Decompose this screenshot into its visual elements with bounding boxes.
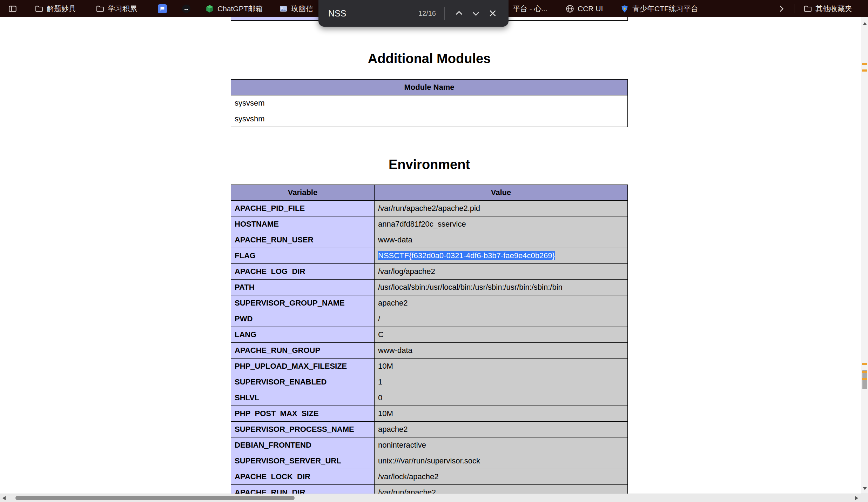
env-value-cell: apache2 bbox=[375, 295, 628, 311]
bookmark-label: 其他收藏夹 bbox=[815, 4, 852, 14]
ctf-logo-icon bbox=[620, 4, 629, 13]
env-row: APACHE_RUN_GROUPwww-data bbox=[231, 343, 628, 359]
bookmark-label: 解题妙具 bbox=[47, 4, 76, 14]
env-value-cell: noninteractive bbox=[375, 437, 628, 453]
env-value-cell: /var/lock/apache2 bbox=[375, 469, 628, 485]
find-match-counter: 12/16 bbox=[418, 9, 436, 18]
bookmark-item[interactable]: 学习积累 bbox=[95, 0, 137, 17]
env-row: SUPERVISOR_SERVER_URLunix:///var/run/sup… bbox=[231, 453, 628, 469]
env-row: PHP_UPLOAD_MAX_FILESIZE10M bbox=[231, 359, 628, 374]
sidebar-toggle-button[interactable] bbox=[8, 0, 18, 17]
env-variable-cell: HOSTNAME bbox=[231, 216, 375, 232]
globe-icon bbox=[565, 4, 574, 13]
bookmark-label: 学习积累 bbox=[108, 4, 137, 14]
sidebar-toggle-icon bbox=[8, 4, 18, 13]
bookmark-item[interactable] bbox=[158, 0, 167, 17]
env-value-cell: 1 bbox=[375, 374, 628, 390]
horizontal-scrollbar-thumb[interactable] bbox=[15, 496, 295, 500]
env-variable-cell: SHLVL bbox=[231, 390, 375, 406]
env-variable-cell: APACHE_RUN_DIR bbox=[231, 485, 375, 494]
bookmark-item[interactable]: 解题妙具 bbox=[34, 0, 76, 17]
chevron-down-icon bbox=[471, 8, 481, 19]
scroll-right-button[interactable] bbox=[855, 496, 858, 500]
env-variable-cell: SUPERVISOR_SERVER_URL bbox=[231, 453, 375, 469]
folder-icon bbox=[803, 5, 812, 13]
env-variable-cell: APACHE_RUN_USER bbox=[231, 232, 375, 248]
scroll-up-button[interactable] bbox=[863, 22, 867, 25]
bookmark-item[interactable]: ChatGPT邮箱 bbox=[205, 0, 263, 17]
find-match-tick bbox=[862, 69, 867, 72]
env-row: SHLVL0 bbox=[231, 390, 628, 406]
bookmark-label: ChatGPT邮箱 bbox=[217, 4, 263, 14]
env-variable-cell: PWD bbox=[231, 311, 375, 327]
env-row: SUPERVISOR_PROCESS_NAMEapache2 bbox=[231, 422, 628, 437]
module-row: sysvsem bbox=[231, 95, 628, 111]
page-content: Additional Modules Module Name sysvsemsy… bbox=[0, 17, 861, 494]
folder-icon bbox=[95, 5, 105, 13]
env-row: LANGC bbox=[231, 327, 628, 343]
env-variable-cell: DEBIAN_FRONTEND bbox=[231, 437, 375, 453]
env-variable-cell: APACHE_LOCK_DIR bbox=[231, 469, 375, 485]
additional-modules-table: Module Name sysvsemsysvshm bbox=[231, 79, 628, 127]
find-match-tick bbox=[862, 63, 867, 65]
env-row: SUPERVISOR_GROUP_NAMEapache2 bbox=[231, 295, 628, 311]
env-variable-cell: SUPERVISOR_ENABLED bbox=[231, 374, 375, 390]
find-query-input[interactable]: NSS bbox=[328, 8, 346, 19]
env-variable-cell: SUPERVISOR_PROCESS_NAME bbox=[231, 422, 375, 437]
env-variable-cell: PHP_UPLOAD_MAX_FILESIZE bbox=[231, 359, 375, 374]
vertical-scrollbar[interactable] bbox=[861, 17, 868, 494]
env-variable-cell: FLAG bbox=[231, 248, 375, 264]
close-icon bbox=[488, 8, 498, 18]
environment-table: Variable Value APACHE_PID_FILE/var/run/a… bbox=[231, 185, 628, 494]
env-variable-cell: APACHE_PID_FILE bbox=[231, 201, 375, 216]
bookmark-item[interactable] bbox=[182, 0, 191, 17]
browser-window: 解题妙具 学习积累 ChatGP bbox=[0, 0, 868, 502]
scroll-left-button[interactable] bbox=[2, 496, 6, 500]
bookmark-item[interactable]: 平台 - 心... bbox=[513, 0, 547, 17]
env-variable-cell: LANG bbox=[231, 327, 375, 343]
bookmark-item-other-favorites[interactable]: 其他收藏夹 bbox=[803, 0, 852, 17]
scroll-down-button[interactable] bbox=[863, 487, 867, 490]
find-bar-divider bbox=[444, 7, 445, 20]
env-value-cell: 10M bbox=[375, 406, 628, 422]
bookmark-item[interactable]: CCR UI bbox=[565, 0, 603, 17]
value-column-header: Value bbox=[375, 185, 628, 201]
env-value-cell: unix:///var/run/supervisor.sock bbox=[375, 453, 628, 469]
env-row: APACHE_LOCK_DIR/var/lock/apache2 bbox=[231, 469, 628, 485]
section-title-environment: Environment bbox=[231, 157, 628, 172]
selected-text: NSSCTF{f632d0a0-0321-4df6-b3b7-fae9e4c0b… bbox=[378, 251, 555, 260]
env-row: APACHE_PID_FILE/var/run/apache2/apache2.… bbox=[231, 201, 628, 216]
folder-icon bbox=[34, 5, 43, 13]
env-value-cell: anna7dfd81f20c_sservice bbox=[375, 216, 628, 232]
find-next-button[interactable] bbox=[470, 6, 482, 20]
bookmarks-separator bbox=[794, 4, 794, 13]
env-variable-cell: SUPERVISOR_GROUP_NAME bbox=[231, 295, 375, 311]
module-name-header: Module Name bbox=[231, 80, 628, 95]
env-value-cell: / bbox=[375, 311, 628, 327]
bookmarks-overflow-button[interactable] bbox=[777, 0, 786, 17]
env-row: HOSTNAMEanna7dfd81f20c_sservice bbox=[231, 216, 628, 232]
green-cube-icon bbox=[205, 4, 214, 13]
env-row: SUPERVISOR_ENABLED1 bbox=[231, 374, 628, 390]
env-variable-cell: PHP_POST_MAX_SIZE bbox=[231, 406, 375, 422]
env-value-cell: 0 bbox=[375, 390, 628, 406]
chevron-up-icon bbox=[454, 8, 464, 19]
find-previous-button[interactable] bbox=[453, 6, 465, 20]
env-value-cell: /usr/local/sbin:/usr/local/bin:/usr/sbin… bbox=[375, 280, 628, 295]
env-value-cell: www-data bbox=[375, 343, 628, 359]
photo-icon bbox=[279, 5, 288, 13]
env-value-cell: NSSCTF{f632d0a0-0321-4df6-b3b7-fae9e4c0b… bbox=[375, 248, 628, 264]
env-value-cell: /var/log/apache2 bbox=[375, 264, 628, 280]
env-value-cell: www-data bbox=[375, 232, 628, 248]
bookmark-label: 平台 - 心... bbox=[513, 4, 547, 14]
find-match-tick bbox=[862, 363, 867, 365]
find-match-tick bbox=[862, 378, 867, 380]
horizontal-scrollbar[interactable] bbox=[0, 494, 868, 502]
section-title-additional-modules: Additional Modules bbox=[231, 51, 628, 66]
bookmark-label: 玫幽信 bbox=[291, 4, 313, 14]
bookmark-item[interactable]: 玫幽信 bbox=[279, 0, 313, 17]
bookmark-item[interactable]: 青少年CTF练习平台 bbox=[620, 0, 698, 17]
env-row: APACHE_RUN_DIR/var/run/apache2 bbox=[231, 485, 628, 494]
find-close-button[interactable] bbox=[487, 6, 499, 20]
env-value-cell: 10M bbox=[375, 359, 628, 374]
